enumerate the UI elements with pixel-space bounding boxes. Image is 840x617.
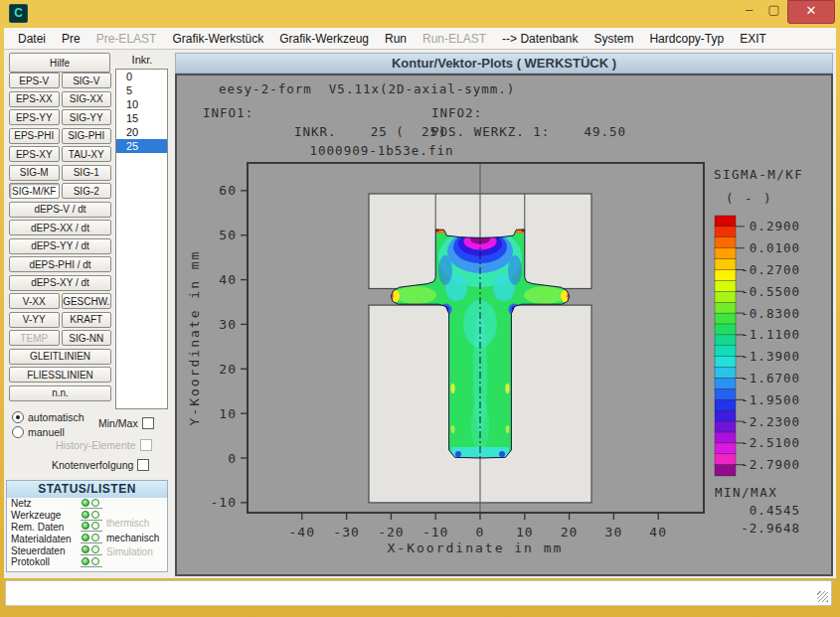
checkbox-history-label: History-Elemente bbox=[56, 439, 136, 451]
legend-color-segment bbox=[715, 410, 736, 421]
plot-button-deps-phi-dt[interactable]: dEPS-PHI / dt bbox=[9, 256, 111, 272]
y-tick-label: 20 bbox=[219, 362, 237, 377]
status-label: Werkzeuge bbox=[11, 510, 81, 521]
legend-tick-label: -1.1100 bbox=[741, 327, 800, 342]
button-row: FLIESSLINIEN bbox=[9, 367, 111, 383]
menu-item-pre-elast: Pre-ELAST bbox=[88, 32, 165, 46]
plot-button-sig-xx[interactable]: SIG-XX bbox=[62, 91, 112, 107]
plot-button-eps-phi[interactable]: EPS-PHI bbox=[9, 128, 60, 144]
status-led-pair[interactable] bbox=[81, 522, 102, 532]
plot-button-geschw[interactable]: GESCHW. bbox=[62, 293, 112, 309]
button-row: dEPS-V / dt bbox=[9, 202, 111, 218]
menu-item-run[interactable]: Run bbox=[377, 32, 415, 46]
titlebar[interactable]: C – ▢ ✕ bbox=[0, 0, 840, 28]
checkbox-icon bbox=[142, 417, 154, 429]
plot-button-v-xx[interactable]: V-XX bbox=[9, 293, 60, 309]
plot-button-tau-xy[interactable]: TAU-XY bbox=[62, 146, 112, 162]
checkbox-knoten-label: Knotenverfolgung bbox=[52, 459, 133, 471]
legend-tick-label: -2.5100 bbox=[741, 435, 800, 450]
plot-button-sig-yy[interactable]: SIG-YY bbox=[62, 109, 112, 125]
maximize-button[interactable]: ▢ bbox=[762, 2, 785, 20]
contour-plot-svg: 6050403020100-10-40-30-20-10010203040 X-… bbox=[177, 76, 831, 574]
plot-button-eps-xx[interactable]: EPS-XX bbox=[9, 91, 60, 107]
x-tick-label: -30 bbox=[333, 525, 359, 540]
inkr-option-25[interactable]: 25 bbox=[116, 139, 167, 153]
plot-button-n-n[interactable]: n.n. bbox=[9, 386, 111, 401]
plot-button-sig-m[interactable]: SIG-M bbox=[9, 165, 60, 181]
plot-button-sig-phi[interactable]: SIG-PHI bbox=[62, 128, 112, 144]
status-led-pair[interactable] bbox=[81, 534, 102, 543]
plot-button-gleitlinien[interactable]: GLEITLINIEN bbox=[9, 349, 111, 365]
plot-button-kraft[interactable]: KRAFT bbox=[62, 312, 112, 328]
status-led-pair[interactable] bbox=[81, 511, 102, 521]
legend-tick-label: 0.2900 bbox=[750, 219, 800, 233]
minimize-button[interactable]: – bbox=[738, 2, 760, 20]
help-button[interactable]: Hilfe bbox=[9, 53, 110, 73]
x-tick-label: 20 bbox=[561, 525, 579, 540]
plot-button-sig-v[interactable]: SIG-V bbox=[62, 73, 112, 88]
close-button[interactable]: ✕ bbox=[787, 0, 835, 24]
status-led-pair[interactable] bbox=[81, 557, 102, 567]
inkr-option-5[interactable]: 5 bbox=[116, 83, 167, 97]
legend-tick-label: 0.0100 bbox=[750, 240, 800, 255]
menu-item-datenbank[interactable]: --> Datenbank bbox=[494, 32, 586, 46]
status-led-pair[interactable] bbox=[81, 499, 102, 509]
menu-item-grafik-werkstück[interactable]: Grafik-Werkstück bbox=[164, 32, 271, 46]
plot-button-deps-v-dt[interactable]: dEPS-V / dt bbox=[9, 202, 111, 218]
plot-button-deps-yy-dt[interactable]: dEPS-YY / dt bbox=[9, 238, 111, 254]
status-led-pair[interactable] bbox=[81, 545, 102, 555]
inkr-option-15[interactable]: 15 bbox=[116, 111, 167, 125]
led-on-icon bbox=[82, 522, 89, 530]
plot-button-v-yy[interactable]: V-YY bbox=[9, 312, 60, 328]
button-row: EPS-PHISIG-PHI bbox=[9, 128, 111, 144]
plot-button-eps-v[interactable]: EPS-V bbox=[9, 73, 60, 88]
status-panel-title: STATUS/LISTEN bbox=[7, 481, 167, 498]
status-label: Materialdaten bbox=[11, 534, 81, 544]
resize-grip-icon[interactable] bbox=[817, 591, 828, 602]
plot-button-eps-xy[interactable]: EPS-XY bbox=[9, 146, 60, 162]
checkbox-history-elemente: History-Elemente bbox=[56, 439, 152, 451]
inkr-option-10[interactable]: 10 bbox=[116, 97, 167, 111]
checkbox-icon bbox=[140, 439, 152, 451]
menu-item-datei[interactable]: Datei bbox=[10, 32, 54, 46]
plot-button-sig-2[interactable]: SIG-2 bbox=[62, 183, 112, 199]
plot-button-sig-m-kf[interactable]: SIG-M/KF bbox=[9, 183, 60, 199]
menu-item-hardcopy-typ[interactable]: Hardcopy-Typ bbox=[641, 32, 732, 46]
plot-button-deps-xy-dt[interactable]: dEPS-XY / dt bbox=[9, 275, 111, 291]
button-row: EPS-XXSIG-XX bbox=[9, 91, 111, 107]
menu-item-exit[interactable]: EXIT bbox=[732, 32, 774, 46]
plot-window-title: Kontur/Vektor-Plots ( WERKSTÜCK ) bbox=[175, 53, 833, 74]
menu-item-pre[interactable]: Pre bbox=[54, 32, 88, 46]
y-tick-label: 60 bbox=[219, 183, 237, 198]
status-row-netz: Netz bbox=[7, 498, 167, 510]
led-off-icon bbox=[91, 534, 99, 541]
plot-button-fliesslinien[interactable]: FLIESSLINIEN bbox=[9, 367, 111, 383]
inkr-option-0[interactable]: 0 bbox=[116, 70, 167, 83]
plot-button-sig-1[interactable]: SIG-1 bbox=[62, 165, 112, 181]
radio-automatisch[interactable]: automatisch bbox=[12, 411, 84, 423]
min-value: -2.9648 bbox=[741, 521, 800, 536]
legend-color-segment bbox=[715, 357, 736, 368]
increment-listbox[interactable]: 0510152025 bbox=[115, 69, 168, 409]
checkbox-knotenverfolgung[interactable]: Knotenverfolgung bbox=[52, 459, 149, 471]
plot-button-deps-xx-dt[interactable]: dEPS-XX / dt bbox=[9, 220, 111, 235]
sidebar: Hilfe Inkr. 0510152025 EPS-VSIG-VEPS-XXS… bbox=[4, 50, 171, 578]
max-value: 0.4545 bbox=[750, 503, 800, 518]
inkr-option-20[interactable]: 20 bbox=[116, 125, 167, 139]
legend-color-segment bbox=[715, 291, 736, 302]
menu-item-grafik-werkzeug[interactable]: Grafik-Werkzeug bbox=[271, 32, 377, 46]
plot-area: Kontur/Vektor-Plots ( WERKSTÜCK ) eesy-2… bbox=[171, 50, 836, 578]
x-tick-label: -40 bbox=[289, 525, 315, 540]
plot-button-sig-nn[interactable]: SIG-NN bbox=[62, 330, 112, 346]
legend-tick-label: -0.2700 bbox=[741, 262, 800, 277]
button-row: TEMPSIG-NN bbox=[9, 330, 111, 346]
menu-item-system[interactable]: System bbox=[586, 32, 641, 46]
x-axis-label: X-Koordinate in mm bbox=[388, 540, 564, 555]
checkbox-minmax[interactable]: Min/Max bbox=[98, 417, 154, 429]
radio-manuell[interactable]: manuell bbox=[12, 426, 65, 438]
led-on-icon bbox=[82, 499, 89, 507]
legend-color-segment bbox=[715, 227, 736, 237]
y-tick-label: 50 bbox=[219, 228, 237, 242]
plot-button-eps-yy[interactable]: EPS-YY bbox=[9, 109, 60, 125]
button-row: EPS-VSIG-V bbox=[9, 73, 111, 88]
